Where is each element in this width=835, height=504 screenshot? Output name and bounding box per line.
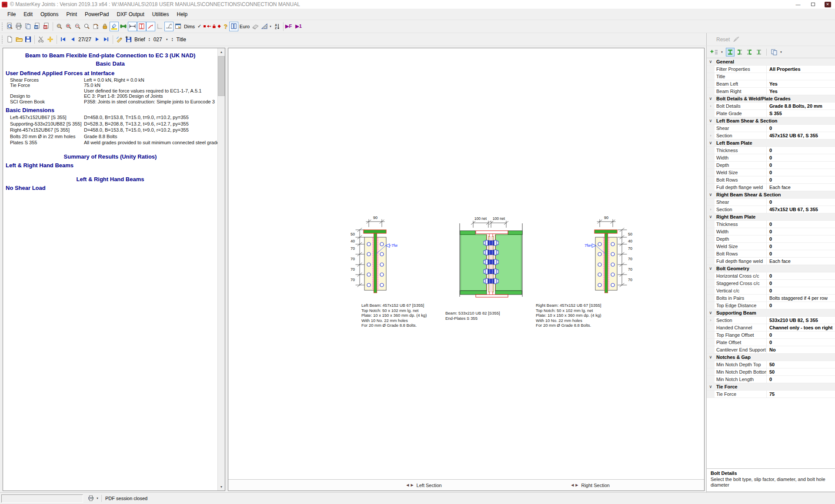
- property-row[interactable]: ∨ Notches & Gap: [707, 354, 835, 361]
- page-combo[interactable]: 027 ▼: [154, 36, 168, 43]
- property-value[interactable]: 0: [767, 154, 835, 161]
- menu-item[interactable]: Print: [62, 10, 81, 19]
- property-value[interactable]: [734, 58, 835, 65]
- dropdown-caret-icon[interactable]: ▼: [780, 51, 782, 53]
- row-state-icon[interactable]: [707, 243, 715, 250]
- property-row[interactable]: Width 0: [707, 228, 835, 235]
- row-state-icon[interactable]: [707, 391, 715, 398]
- nav-last-button[interactable]: [102, 35, 111, 44]
- property-row[interactable]: ∨ Left Beam Plate: [707, 139, 835, 147]
- property-row[interactable]: ∨ Bolt Geometry: [707, 265, 835, 272]
- row-state-icon[interactable]: [707, 199, 715, 206]
- property-value[interactable]: No: [767, 346, 835, 353]
- next-arrow-icon[interactable]: ▶: [411, 483, 413, 487]
- row-state-icon[interactable]: [707, 80, 715, 87]
- zoom-in-button[interactable]: [64, 22, 73, 31]
- open-file-button[interactable]: [14, 35, 23, 44]
- zoom-out-button[interactable]: [73, 22, 82, 31]
- reset-button[interactable]: Reset: [716, 36, 730, 43]
- row-state-icon[interactable]: [707, 258, 715, 265]
- property-row[interactable]: Shear 0: [707, 199, 835, 206]
- row-state-icon[interactable]: ∨: [707, 117, 715, 124]
- row-state-icon[interactable]: ›: [707, 317, 715, 324]
- property-value[interactable]: 0: [767, 339, 835, 346]
- row-state-icon[interactable]: [707, 221, 715, 228]
- title-spinner[interactable]: ▲▼: [171, 37, 174, 42]
- property-value[interactable]: 0: [767, 235, 835, 242]
- property-value[interactable]: 75: [767, 391, 835, 398]
- row-state-icon[interactable]: [707, 169, 715, 176]
- property-row[interactable]: Bolts in Pairs Bolts staggered if 4 per …: [707, 295, 835, 302]
- property-value[interactable]: Grade 8.8 Bolts, 20 mm: [767, 103, 835, 109]
- row-state-icon[interactable]: [707, 66, 715, 73]
- right-section-nav-label[interactable]: Right Section: [581, 483, 609, 488]
- property-value[interactable]: 50: [767, 361, 835, 368]
- property-row[interactable]: Top Edge Distance 0: [707, 302, 835, 309]
- title-mode-label[interactable]: Title: [177, 36, 186, 43]
- property-row[interactable]: Min Notch Depth Top 50: [707, 361, 835, 368]
- property-value[interactable]: Channel only - toes on right: [767, 324, 835, 331]
- property-value[interactable]: [751, 354, 835, 361]
- property-row[interactable]: Beam Left Yes: [707, 80, 835, 88]
- row-state-icon[interactable]: [707, 287, 715, 294]
- property-value[interactable]: 0: [767, 250, 835, 257]
- property-row[interactable]: Staggered Cross c/c 0: [707, 280, 835, 287]
- dimension-horizontal-button[interactable]: [128, 22, 137, 31]
- row-state-icon[interactable]: ›: [707, 103, 715, 109]
- row-state-icon[interactable]: ›: [707, 132, 715, 139]
- property-row[interactable]: ∨ Bolt Details & Weld/Plate Grades: [707, 95, 835, 103]
- row-state-icon[interactable]: ∨: [707, 309, 715, 316]
- eraser-button[interactable]: [251, 22, 260, 31]
- menu-item[interactable]: Help: [173, 10, 191, 19]
- dual-pane-button[interactable]: [229, 22, 238, 31]
- save-button[interactable]: [23, 35, 33, 44]
- print-button[interactable]: [14, 22, 23, 31]
- section-size-button[interactable]: [119, 22, 128, 31]
- property-row[interactable]: Beam Right Yes: [707, 88, 835, 95]
- beam-view-left-button[interactable]: [735, 48, 744, 56]
- beam-view-both-button[interactable]: [726, 48, 735, 56]
- property-value[interactable]: [767, 73, 835, 80]
- row-state-icon[interactable]: ∨: [707, 213, 715, 220]
- property-value[interactable]: 0: [767, 280, 835, 287]
- brief-mode-label[interactable]: Brief: [134, 36, 145, 43]
- property-value[interactable]: [752, 139, 835, 146]
- property-row[interactable]: Thickness 0: [707, 221, 835, 228]
- property-value[interactable]: 0: [767, 176, 835, 183]
- row-state-icon[interactable]: [707, 235, 715, 242]
- property-value[interactable]: 0: [767, 302, 835, 309]
- word-export-alt-button[interactable]: W: [42, 22, 51, 31]
- property-value[interactable]: 0: [767, 147, 835, 154]
- property-row[interactable]: Horizontal Cross c/c 0: [707, 272, 835, 280]
- property-value[interactable]: Bolts staggered if 4 per row: [767, 295, 835, 302]
- property-row[interactable]: Title: [707, 73, 835, 80]
- property-value[interactable]: 0: [767, 162, 835, 169]
- row-state-icon[interactable]: [707, 272, 715, 279]
- property-value[interactable]: 0: [767, 199, 835, 206]
- menu-item[interactable]: PowerPad: [81, 10, 113, 19]
- goto-first-button[interactable]: ▶1: [295, 23, 302, 29]
- property-row[interactable]: Shear 0: [707, 125, 835, 132]
- property-row[interactable]: Thickness 0: [707, 147, 835, 154]
- row-state-icon[interactable]: ›: [707, 206, 715, 213]
- property-value[interactable]: 0: [767, 243, 835, 250]
- property-value[interactable]: [781, 191, 835, 198]
- row-state-icon[interactable]: [707, 162, 715, 169]
- printer-dropdown-icon[interactable]: ▼: [96, 497, 99, 500]
- property-row[interactable]: Plate Grade S 355: [707, 110, 835, 117]
- property-value[interactable]: [756, 309, 835, 316]
- row-state-icon[interactable]: [707, 346, 715, 353]
- property-row[interactable]: Weld Size 0: [707, 169, 835, 176]
- property-row[interactable]: ∨ General: [707, 58, 835, 66]
- property-row[interactable]: Full depth flange weld Each face: [707, 258, 835, 265]
- dimension-vertical-button[interactable]: [137, 22, 146, 31]
- property-row[interactable]: ∨ Supporting Beam: [707, 309, 835, 317]
- property-row[interactable]: ∨ Right Beam Shear & Section: [707, 191, 835, 199]
- new-document-button[interactable]: [5, 35, 14, 44]
- row-state-icon[interactable]: [707, 110, 715, 117]
- sort-button[interactable]: AZ: [272, 22, 281, 31]
- property-value[interactable]: Each face: [767, 184, 835, 191]
- row-state-icon[interactable]: [707, 376, 715, 383]
- property-row[interactable]: Min Notch Depth Bottom 50: [707, 368, 835, 376]
- row-state-icon[interactable]: [707, 228, 715, 235]
